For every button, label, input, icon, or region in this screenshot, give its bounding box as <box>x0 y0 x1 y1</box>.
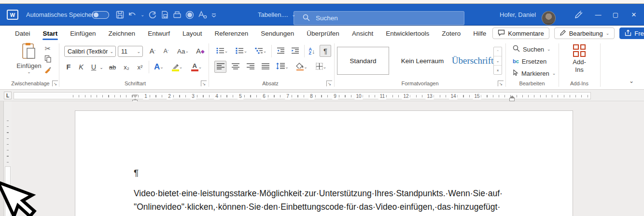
justify-button[interactable] <box>259 61 271 73</box>
add-ins-button[interactable]: Add-Ins <box>561 43 598 74</box>
user-avatar[interactable] <box>542 11 556 25</box>
tab-entwicklertools[interactable]: Entwicklertools <box>379 26 435 40</box>
tab-zotero[interactable]: Zotero <box>435 26 467 40</box>
tab-einfuegen[interactable]: Einfügen <box>64 26 102 40</box>
redo-icon[interactable] <box>148 11 157 19</box>
text-line: werden·soll.·Sie·können·auch·ein·Schlüss… <box>134 214 559 216</box>
save-icon[interactable] <box>116 11 124 19</box>
superscript-button[interactable]: x² <box>134 61 146 73</box>
paste-button[interactable]: Einfügen ⌄ <box>17 43 41 73</box>
style-kein-leerraum[interactable]: Kein Leerraum <box>392 47 453 75</box>
tab-stop-selector[interactable]: L <box>4 92 12 99</box>
comments-button[interactable]: Kommentare <box>492 27 549 39</box>
group-separator <box>600 43 601 87</box>
ruler-number: 12 <box>402 93 410 99</box>
copy-button[interactable] <box>42 55 53 64</box>
search-input[interactable]: Suchen <box>294 11 464 25</box>
editing-mode-button[interactable]: Bearbeitung ⌄ <box>554 27 615 39</box>
underline-chevron-icon[interactable]: ⌄ <box>98 63 104 72</box>
document-text[interactable]: Video·bietet·eine·leistungsstarke·Möglic… <box>134 187 559 216</box>
clipboard-group-label: Zwischenablage <box>4 81 57 86</box>
group-separator <box>334 43 335 87</box>
tab-zeichnen[interactable]: Zeichnen <box>102 26 142 40</box>
minimize-button[interactable]: — <box>590 4 606 26</box>
document-title[interactable]: Tabellen.... ⌄ <box>258 4 295 26</box>
strikethrough-button[interactable]: ab <box>106 61 119 73</box>
document-page[interactable]: ¶ Video·bietet·eine·leistungsstarke·Mögl… <box>75 110 573 216</box>
sort-button[interactable]: AZ ↓ <box>306 45 318 57</box>
align-left-button[interactable] <box>214 61 226 73</box>
group-separator <box>505 43 506 87</box>
bold-button[interactable]: F <box>64 61 73 73</box>
tab-layout[interactable]: Layout <box>176 26 209 40</box>
tab-ueberpruefen[interactable]: Überprüfen <box>300 26 346 40</box>
font-color-button[interactable]: A ⌄ <box>188 61 205 73</box>
multilevel-list-button[interactable]: ⌄ <box>253 45 268 57</box>
bullet-list-button[interactable]: ⌄ <box>214 45 230 57</box>
align-right-button[interactable] <box>244 61 256 73</box>
ruler-number: 2 <box>167 93 172 99</box>
styles-scroll-down-icon[interactable]: ⌄ <box>494 56 502 66</box>
account-name[interactable]: Hofer, Daniel <box>500 4 536 26</box>
font-size-select[interactable]: 11⌄ <box>118 46 143 57</box>
tab-datei[interactable]: Datei <box>9 26 37 40</box>
close-button[interactable]: ✕ <box>626 4 642 26</box>
first-line-indent-marker[interactable] <box>132 94 138 98</box>
word-app-icon[interactable]: W <box>7 4 18 26</box>
tab-ansicht[interactable]: Ansicht <box>346 26 379 40</box>
styles-dialog-launcher[interactable]: ↘ <box>498 81 504 86</box>
font-settings-icon[interactable] <box>198 11 207 19</box>
shading-button[interactable]: ⌄ <box>294 61 310 73</box>
highlight-color-button[interactable]: ⌄ <box>169 61 185 73</box>
font-dialog-launcher[interactable]: ↘ <box>201 81 207 86</box>
undo-dropdown-chevron[interactable]: ⌄ <box>140 12 144 17</box>
line-spacing-button[interactable]: ⌄ <box>274 61 291 73</box>
tab-hilfe[interactable]: Hilfe <box>467 26 492 40</box>
printer-icon[interactable] <box>173 11 182 19</box>
right-indent-marker[interactable] <box>509 98 515 101</box>
font-family-select[interactable]: Calibri (Textkörp⌄ <box>64 46 116 57</box>
shrink-font-button[interactable]: Aˇ <box>160 45 172 57</box>
autosave-toggle[interactable] <box>92 4 109 26</box>
grow-font-button[interactable]: Aˆ <box>147 45 158 57</box>
undo-icon[interactable] <box>128 11 137 19</box>
editing-chevron-icon: ⌄ <box>606 31 610 36</box>
change-case-button[interactable]: Aa⌄ <box>175 45 191 57</box>
replace-button[interactable]: bc Ersetzen <box>513 57 546 66</box>
ruler-number: 3 <box>190 93 196 99</box>
style-ueberschrift[interactable]: Überschrift <box>453 47 492 75</box>
ribbon: Einfügen ⌄ ✂ Zwischenablage ↘ Calibri (T… <box>0 40 644 90</box>
tab-entwurf[interactable]: Entwurf <box>141 26 176 40</box>
clipboard-dialog-launcher[interactable]: ↘ <box>52 81 58 86</box>
format-painter-button[interactable] <box>42 66 53 74</box>
borders-button[interactable]: ⌄ <box>313 61 329 73</box>
maximize-button[interactable]: ▢ <box>607 4 624 26</box>
underline-button[interactable]: U <box>89 61 98 73</box>
italic-button[interactable]: K <box>76 61 86 73</box>
inking-icon[interactable] <box>574 4 583 26</box>
share-button[interactable]: Freigeben ⌄ <box>619 27 644 39</box>
print-preview-icon[interactable] <box>161 11 169 19</box>
align-left-icon <box>217 63 224 71</box>
record-icon[interactable] <box>185 11 194 19</box>
show-formatting-marks-button[interactable]: ¶ <box>320 45 331 57</box>
tab-start[interactable]: Start <box>37 26 64 40</box>
tab-referenzen[interactable]: Referenzen <box>208 26 254 40</box>
numbered-list-button[interactable]: ⌄ <box>234 45 249 57</box>
subscript-button[interactable]: x₂ <box>121 61 132 73</box>
text-effects-button[interactable]: A⌄ <box>152 61 166 73</box>
tab-sendungen[interactable]: Sendungen <box>254 26 300 40</box>
styles-scroll-up-icon[interactable]: ⌃ <box>494 47 502 56</box>
select-button[interactable]: Markieren ⌄ <box>513 69 556 78</box>
align-center-button[interactable] <box>229 61 241 73</box>
paragraph-dialog-launcher[interactable]: ↘ <box>326 81 332 86</box>
find-button[interactable]: Suchen ⌄ <box>513 45 551 54</box>
clear-formatting-button[interactable]: A◆ <box>194 45 207 57</box>
increase-indent-button[interactable] <box>289 45 301 57</box>
style-standard[interactable]: Standard <box>337 47 389 75</box>
collapse-ribbon-chevron[interactable]: ⌄ <box>626 76 637 86</box>
cut-button[interactable]: ✂ <box>42 44 53 53</box>
decrease-indent-button[interactable] <box>274 45 287 57</box>
qat-overflow-icon[interactable] <box>211 12 217 18</box>
styles-gallery-expand-icon[interactable]: ⌅ <box>494 66 502 74</box>
